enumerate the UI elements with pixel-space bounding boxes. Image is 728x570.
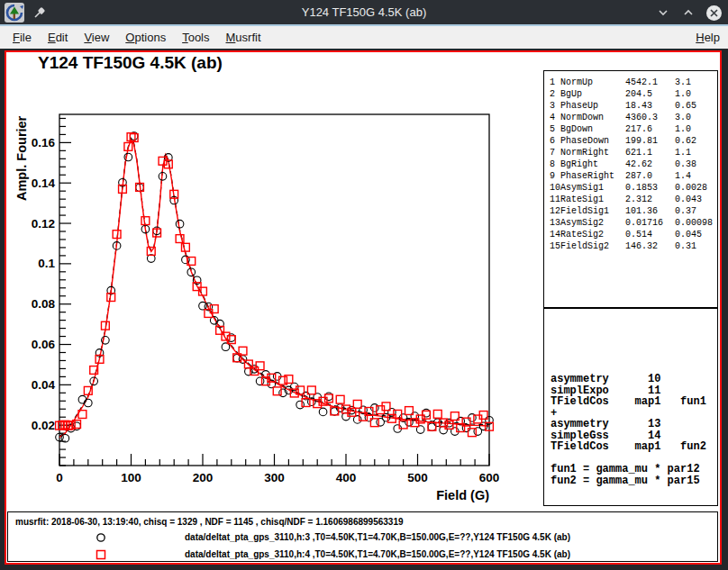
fit-status-line: musrfit: 2018-06-30, 13:19:40, chisq = 1… xyxy=(15,517,404,527)
svg-text:400: 400 xyxy=(336,471,357,484)
menu-item-options[interactable]: Options xyxy=(117,26,174,49)
svg-text:100: 100 xyxy=(121,471,141,484)
legend-row: data/deltat_pta_gps_3110,h:4 ,T0=4.50K,T… xyxy=(8,548,717,561)
plot-frame xyxy=(59,114,489,466)
param-row: 5BgDown217.61.0 xyxy=(544,123,717,135)
root-canvas[interactable]: Y124 TF150G 4.5K (ab) 0.020.040.060.080.… xyxy=(5,50,722,565)
menu-item-tools[interactable]: Tools xyxy=(174,26,217,49)
menu-item-help[interactable]: Help xyxy=(687,26,728,49)
x-axis-title: Field (G) xyxy=(436,488,489,502)
param-row: 4NormDown4360.33.0 xyxy=(544,112,717,123)
close-button[interactable] xyxy=(705,4,723,22)
param-row: 6PhaseDown199.810.62 xyxy=(544,135,717,147)
svg-text:0.16: 0.16 xyxy=(32,136,56,149)
menu-item-musrfit[interactable]: Musrfit xyxy=(218,26,269,49)
svg-text:0.04: 0.04 xyxy=(32,378,56,392)
titlebar: Y124 TF150G 4.5K (ab) xyxy=(0,0,728,25)
param-row: 12FieldSig1101.360.37 xyxy=(544,205,717,217)
param-row: 14RateSig20.5140.045 xyxy=(544,229,717,240)
param-row: 13AsymSig20.017160.00098 xyxy=(544,217,717,229)
param-row: 2BgUp204.51.0 xyxy=(544,88,717,100)
legend-label: data/deltat_pta_gps_3110,h:4 ,T0=4.50K,T… xyxy=(185,549,570,559)
theory-text: asymmetry 10 simplExpo 11 TFieldCos map1… xyxy=(544,308,717,486)
param-row: 15FieldSig2146.320.31 xyxy=(544,240,717,252)
param-row: 3PhaseUp18.430.65 xyxy=(544,100,717,112)
param-row: 9PhaseRight287.01.4 xyxy=(544,170,717,182)
minimize-button[interactable] xyxy=(654,4,672,22)
menubar: FileEditViewOptionsToolsMusrfitHelp xyxy=(0,26,728,49)
fit-curves xyxy=(59,139,489,438)
fit-parameters-table: 1NormUp4542.13.12BgUp204.51.03PhaseUp18.… xyxy=(544,77,717,252)
svg-text:0.08: 0.08 xyxy=(32,297,56,311)
svg-text:0.06: 0.06 xyxy=(32,338,56,351)
circle-marker-icon xyxy=(95,531,107,544)
svg-text:0: 0 xyxy=(56,471,63,484)
svg-text:0.1: 0.1 xyxy=(38,257,55,270)
svg-text:0.02: 0.02 xyxy=(32,419,55,432)
square-marker-icon xyxy=(95,548,107,561)
maximize-button[interactable] xyxy=(679,4,697,22)
param-row: 1NormUp4542.13.1 xyxy=(544,77,717,88)
fourier-plot[interactable]: 0.020.040.060.080.10.120.140.16010020030… xyxy=(6,52,541,510)
svg-text:200: 200 xyxy=(193,471,214,484)
fit-parameters-box: 1NormUp4542.13.12BgUp204.51.03PhaseUp18.… xyxy=(543,70,718,308)
param-row: 7NormRight621.11.1 xyxy=(544,147,717,158)
fit-curve-red xyxy=(59,140,489,438)
legend-label: data/deltat_pta_gps_3110,h:3 ,T0=4.50K,T… xyxy=(185,532,570,542)
menu-item-edit[interactable]: Edit xyxy=(40,26,76,49)
app-window: Y124 TF150G 4.5K (ab) FileEditViewOption… xyxy=(0,0,728,570)
param-row: 10AsymSig10.18530.0028 xyxy=(544,182,717,194)
param-row: 8BgRight42.620.38 xyxy=(544,158,717,170)
axis-tick-labels: 0.020.040.060.080.10.120.140.16010020030… xyxy=(32,136,500,484)
fit-curve-black-dashed xyxy=(59,139,489,437)
svg-text:0.12: 0.12 xyxy=(32,217,55,231)
menu-item-view[interactable]: View xyxy=(76,26,117,49)
param-row: 11RateSig12.3120.043 xyxy=(544,194,717,205)
svg-text:600: 600 xyxy=(479,471,500,484)
svg-text:500: 500 xyxy=(407,471,428,484)
menu-item-file[interactable]: File xyxy=(5,26,40,49)
legend-row: data/deltat_pta_gps_3110,h:3 ,T0=4.50K,T… xyxy=(8,531,717,544)
window-title: Y124 TF150G 4.5K (ab) xyxy=(0,0,728,25)
legend-pad: musrfit: 2018-06-30, 13:19:40, chisq = 1… xyxy=(7,511,718,562)
theory-box: asymmetry 10 simplExpo 11 TFieldCos map1… xyxy=(543,308,718,506)
y-axis-title: Ampl. Fourier xyxy=(14,115,29,201)
svg-text:0.14: 0.14 xyxy=(32,176,56,190)
svg-text:300: 300 xyxy=(264,471,285,484)
